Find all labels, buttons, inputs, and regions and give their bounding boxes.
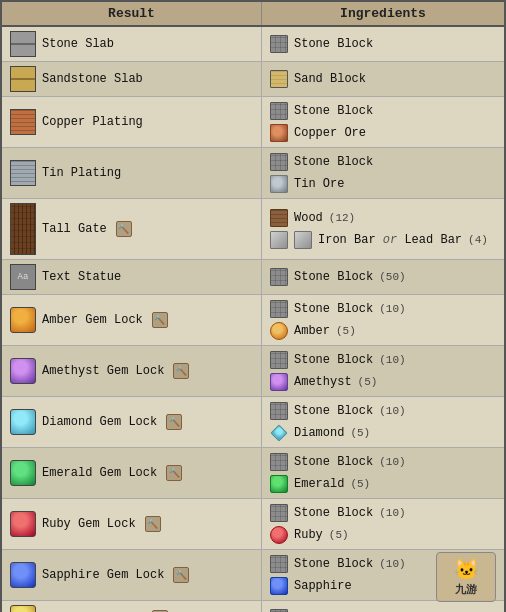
result-text-statue-icon: Aa (10, 264, 36, 290)
result-col: Tall Gate🔨 (2, 199, 262, 259)
table-row: Copper PlatingStone BlockCopper Ore (2, 97, 504, 148)
ingredient-row: Sand Block (270, 69, 496, 89)
ingredients-col: Stone Block (50) (262, 260, 504, 294)
ingredient-row: Stone Block (10) (270, 299, 496, 319)
ingredient-row: Amethyst (5) (270, 372, 496, 392)
table-row: Topaz Gem Lock🔨Stone Block (10) (2, 601, 504, 612)
result-name: Copper Plating (42, 115, 143, 129)
ingredient-count: (5) (350, 427, 370, 439)
result-col: Amber Gem Lock🔨 (2, 295, 262, 345)
result-emerald-gem-icon (10, 460, 36, 486)
diamond-icon (271, 425, 288, 442)
ingredient-row: Stone Block (10) (270, 452, 496, 472)
ingredient-count: (5) (350, 478, 370, 490)
result-col: Amethyst Gem Lock🔨 (2, 346, 262, 396)
tin-icon (270, 175, 288, 193)
result-ruby-gem-icon (10, 511, 36, 537)
ingredients-col: Stone Block (10)Ruby (5) (262, 499, 504, 549)
ingredient-count: (50) (379, 271, 405, 283)
ingredient-name: Emerald (294, 477, 344, 491)
ingredient-count: (10) (379, 405, 405, 417)
result-diamond-gem-icon (10, 409, 36, 435)
copper-icon (270, 124, 288, 142)
ingredients-header: Ingredients (262, 2, 504, 25)
wood-icon (270, 209, 288, 227)
table-body: Stone SlabStone BlockSandstone SlabSand … (2, 27, 504, 612)
ingredients-col: Stone BlockCopper Ore (262, 97, 504, 147)
ingredient-name: Tin Ore (294, 177, 344, 191)
result-col: Emerald Gem Lock🔨 (2, 448, 262, 498)
amethyst-icon (270, 373, 288, 391)
result-header: Result (2, 2, 262, 25)
ingredients-col: Stone Block (10)Sapphire (262, 550, 504, 600)
result-col: Sandstone Slab (2, 62, 262, 96)
ingredient-row: Stone Block (10) (270, 554, 496, 574)
crafting-station-badge: 🔨 (173, 363, 189, 379)
ingredient-count: (12) (329, 212, 355, 224)
table-row: Emerald Gem Lock🔨Stone Block (10)Emerald… (2, 448, 504, 499)
result-name: Text Statue (42, 270, 121, 284)
ingredient-name: Amethyst (294, 375, 352, 389)
ingredients-col: Wood(12)Iron Bar or Lead Bar(4) (262, 199, 504, 259)
ingredient-count: (5) (358, 376, 378, 388)
amber-icon (270, 322, 288, 340)
ingredient-count: (5) (329, 529, 349, 541)
ingredient-count: (10) (379, 354, 405, 366)
ingredient-row: Emerald (5) (270, 474, 496, 494)
result-tall-gate-icon (10, 203, 36, 255)
crafting-station-badge: 🔨 (152, 312, 168, 328)
iron-icon (294, 231, 312, 249)
ingredient-row: Stone Block (270, 101, 496, 121)
result-name: Tin Plating (42, 166, 121, 180)
ingredient-row: Wood(12) (270, 208, 496, 228)
result-amber-gem-icon (10, 307, 36, 333)
ingredient-name: Stone Block (294, 353, 373, 367)
ingredient-name: Stone Block (294, 506, 373, 520)
ingredient-name: Diamond (294, 426, 344, 440)
ingredient-name: Stone Block (294, 37, 373, 51)
stone-icon (270, 504, 288, 522)
crafting-station-badge: 🔨 (145, 516, 161, 532)
ingredients-col: Stone BlockTin Ore (262, 148, 504, 198)
result-topaz-gem-icon (10, 605, 36, 612)
stone-icon (270, 555, 288, 573)
ingredient-name: Copper Ore (294, 126, 366, 140)
ingredient-name: Stone Block (294, 270, 373, 284)
iron-icon (270, 231, 288, 249)
ingredients-col: Stone Block (10)Diamond (5) (262, 397, 504, 447)
ingredient-name: Stone Block (294, 557, 373, 571)
stone-icon (270, 268, 288, 286)
result-name: Emerald Gem Lock (42, 466, 157, 480)
ingredient-name: Stone Block (294, 404, 373, 418)
table-row: Stone SlabStone Block (2, 27, 504, 62)
result-copper-plating-icon (10, 109, 36, 135)
ingredient-name: Sapphire (294, 579, 352, 593)
ingredient-row: Amber (5) (270, 321, 496, 341)
ingredient-row: Stone Block (270, 34, 496, 54)
ingredient-name: Amber (294, 324, 330, 338)
result-stone-slab-icon (10, 31, 36, 57)
ingredients-col: Stone Block (10) (262, 601, 504, 612)
result-tin-plating-icon (10, 160, 36, 186)
table-row: Tin PlatingStone BlockTin Ore (2, 148, 504, 199)
stone-icon (270, 153, 288, 171)
stone-icon (270, 300, 288, 318)
ingredient-name: Stone Block (294, 155, 373, 169)
stone-icon (270, 102, 288, 120)
table-row: Ruby Gem Lock🔨Stone Block (10)Ruby (5) (2, 499, 504, 550)
result-col: Copper Plating (2, 97, 262, 147)
table-row: Sapphire Gem Lock🔨Stone Block (10)Sapphi… (2, 550, 504, 601)
ingredient-row: Stone Block (10) (270, 503, 496, 523)
emerald-icon (270, 475, 288, 493)
ingredient-row: Tin Ore (270, 174, 496, 194)
result-name: Sandstone Slab (42, 72, 143, 86)
ingredient-name: Stone Block (294, 104, 373, 118)
table-row: Tall Gate🔨Wood(12)Iron Bar or Lead Bar(4… (2, 199, 504, 260)
ingredients-col: Sand Block (262, 62, 504, 96)
ingredient-name: Stone Block (294, 302, 373, 316)
ingredient-row: Stone Block (10) (270, 401, 496, 421)
ingredients-col: Stone Block (10)Amber (5) (262, 295, 504, 345)
result-col: Ruby Gem Lock🔨 (2, 499, 262, 549)
table-row: Amber Gem Lock🔨Stone Block (10)Amber (5) (2, 295, 504, 346)
ingredient-row: Ruby (5) (270, 525, 496, 545)
